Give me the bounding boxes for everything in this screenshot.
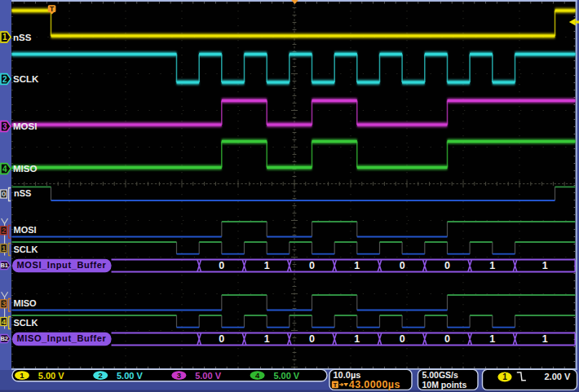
svg-text:5.00 V: 5.00 V <box>195 371 221 381</box>
svg-text:1: 1 <box>542 260 548 271</box>
svg-text:0: 0 <box>444 333 450 345</box>
svg-text:1: 1 <box>20 371 24 380</box>
svg-text:MISO_Input_Buffer: MISO_Input_Buffer <box>17 333 107 343</box>
svg-text:nSS: nSS <box>14 188 31 198</box>
svg-text:3: 3 <box>177 371 181 380</box>
svg-text:4: 4 <box>2 165 7 174</box>
svg-text:1: 1 <box>502 372 507 381</box>
svg-text:SCLK: SCLK <box>14 244 38 254</box>
svg-text:SCLK: SCLK <box>14 318 38 328</box>
svg-text:0: 0 <box>219 333 224 345</box>
svg-text:1: 1 <box>2 244 7 253</box>
svg-text:T: T <box>333 381 337 389</box>
svg-text:1: 1 <box>354 333 360 345</box>
svg-text:4: 4 <box>2 317 7 326</box>
svg-text:1: 1 <box>489 333 495 345</box>
svg-text:0: 0 <box>219 260 224 271</box>
svg-text:1: 1 <box>2 33 7 42</box>
svg-text:2: 2 <box>2 226 6 235</box>
svg-text:1: 1 <box>542 333 548 345</box>
svg-text:1: 1 <box>264 333 270 345</box>
svg-text:MOSI: MOSI <box>14 225 37 235</box>
svg-text:10M points: 10M points <box>422 380 467 390</box>
svg-text:5.00GS/s: 5.00GS/s <box>422 370 459 380</box>
svg-text:1: 1 <box>489 260 495 271</box>
svg-text:3: 3 <box>2 122 7 131</box>
svg-text:0: 0 <box>444 260 450 271</box>
svg-text:MISO: MISO <box>13 164 37 174</box>
svg-text:nSS: nSS <box>13 33 32 42</box>
svg-text:2: 2 <box>2 75 7 84</box>
svg-text:MOSI_Input_Buffer: MOSI_Input_Buffer <box>17 260 107 270</box>
svg-text:0: 0 <box>2 189 6 198</box>
svg-text:43.0000µs: 43.0000µs <box>349 379 400 390</box>
svg-text:0: 0 <box>400 260 405 271</box>
svg-text:2.00 V: 2.00 V <box>545 372 571 381</box>
svg-text:2: 2 <box>99 371 103 380</box>
svg-text:0: 0 <box>309 260 315 271</box>
svg-text:5.00 V: 5.00 V <box>117 371 143 381</box>
svg-text:4: 4 <box>255 371 260 380</box>
svg-text:5.00 V: 5.00 V <box>273 371 299 381</box>
svg-text:SCLK: SCLK <box>13 74 39 84</box>
svg-text:5.00 V: 5.00 V <box>38 371 64 381</box>
svg-text:T: T <box>50 5 55 13</box>
svg-text:MISO: MISO <box>14 298 38 308</box>
svg-text:1: 1 <box>354 260 360 271</box>
svg-text:3: 3 <box>2 299 6 308</box>
svg-text:B2: B2 <box>0 335 8 342</box>
svg-text:0: 0 <box>309 333 315 345</box>
svg-text:MOSI: MOSI <box>13 121 37 131</box>
svg-text:0: 0 <box>400 333 405 345</box>
svg-text:1: 1 <box>264 260 270 271</box>
svg-text:B1: B1 <box>0 262 8 269</box>
